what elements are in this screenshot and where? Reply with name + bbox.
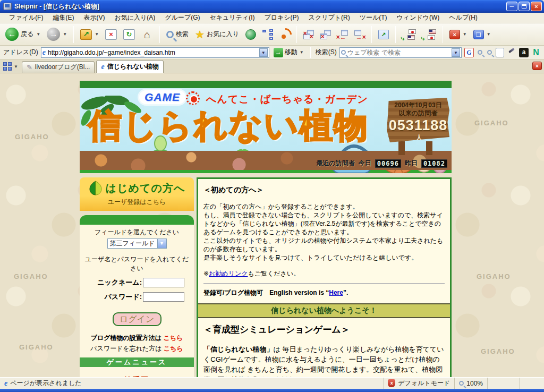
beginner-register-banner[interactable]: はじめての方へ ユーザ登録はこちら xyxy=(80,177,194,211)
url-text[interactable]: http://gigaho.ddo.jp/~game/index_daisan.… xyxy=(48,49,257,56)
tab-grid-dropdown-icon[interactable]: ▼ xyxy=(14,64,18,69)
password-field[interactable] xyxy=(143,292,184,302)
refresh-button[interactable]: ↻ xyxy=(121,28,137,41)
zoom-section[interactable]: 100% xyxy=(455,378,488,389)
game-name-bold: 「信じられない植物」 xyxy=(203,345,274,353)
tab-unbelievable-plants[interactable]: e 信じられない植物 xyxy=(96,60,164,73)
menu-security[interactable]: セキュリティ(I) xyxy=(205,12,259,23)
blog-plant-link[interactable]: こちら xyxy=(163,334,183,342)
field-select[interactable]: 第三フィールド ▼ xyxy=(107,238,167,249)
search-icon xyxy=(166,31,174,38)
amazon-icon[interactable]: a xyxy=(519,48,529,57)
back-icon: ← xyxy=(5,28,19,41)
news-link-pure-line-king[interactable]: 純系王 xyxy=(83,376,191,377)
feather-icon: ✎ xyxy=(27,63,32,71)
translate-ja-en-button[interactable]: ⤷ xyxy=(400,28,418,41)
minimize-button[interactable]: ─ xyxy=(506,2,517,11)
menu-help[interactable]: ヘルプ(H) xyxy=(444,12,482,23)
close-right-tabs-button[interactable]: →× xyxy=(352,29,367,40)
back-dropdown-icon[interactable]: ▼ xyxy=(36,32,40,37)
web-search-label: 検索(S) xyxy=(316,48,337,57)
toolbar-separator xyxy=(395,26,396,43)
go-button[interactable]: → 移動 ▼ xyxy=(272,47,305,58)
url-box[interactable]: e http://gigaho.ddo.jp/~game/index_daisa… xyxy=(41,47,269,58)
close-left-icon: ×← xyxy=(337,30,348,39)
visitor-unit: 人 xyxy=(416,134,422,141)
up-folder-button[interactable]: ▼ xyxy=(78,28,101,41)
detach-window-button[interactable]: ↗ xyxy=(376,29,391,40)
star-icon: ★ xyxy=(195,29,205,40)
menu-view[interactable]: 表示(V) xyxy=(79,12,109,23)
forward-dropdown-icon[interactable]: ▼ xyxy=(63,32,67,37)
menu-window[interactable]: ウィンドウ(W) xyxy=(392,12,445,23)
recommended-links-link[interactable]: お勧めリンク xyxy=(209,270,248,277)
divider xyxy=(203,283,445,284)
security-mode-section[interactable]: x デフォルトモード xyxy=(384,378,455,389)
english-version-link[interactable]: Here xyxy=(329,289,343,296)
globe-clock-icon xyxy=(245,29,256,40)
back-button[interactable]: ← 戻る ▼ xyxy=(3,27,42,42)
menu-group[interactable]: グループ(G) xyxy=(160,12,205,23)
intro-paragraph-2: もし、満員で登録できない場合でも、スクリプトを公開していますので、検索サイトなど… xyxy=(203,211,445,236)
tab-close-button[interactable]: × xyxy=(532,62,542,70)
rss-button[interactable] xyxy=(277,28,292,41)
stop-button[interactable]: × xyxy=(103,28,119,41)
translate-en-ja-button[interactable]: ⤷ xyxy=(420,28,438,41)
explorer-bar-button[interactable] xyxy=(260,28,275,41)
restore-button[interactable] xyxy=(518,2,530,11)
web-search-dropdown-icon[interactable]: ▼ xyxy=(452,48,460,57)
main-toolbar: ← 戻る ▼ → ▼ ▼ × ↻ ⌂ 検索 ★ お気に入り ×× xyxy=(0,23,544,46)
search-button[interactable]: 検索 xyxy=(164,29,191,40)
tab-label: 信じられない植物 xyxy=(107,62,159,71)
zoom-in-icon[interactable] xyxy=(478,50,482,55)
menu-tools[interactable]: ツール(T) xyxy=(355,12,392,23)
google-icon[interactable]: G xyxy=(464,48,474,57)
note-suffix: もご覧ください。 xyxy=(248,270,300,277)
zoom-out-icon[interactable] xyxy=(487,50,492,55)
tab-livedoor-blog[interactable]: ✎ livedoorブログ(Bl... xyxy=(22,61,95,73)
welcome-header: 信じられない植物へようこそ！ xyxy=(198,304,450,318)
sleipnir-app-icon xyxy=(3,3,12,10)
select-arrow-icon[interactable]: ▼ xyxy=(157,239,166,248)
menu-script[interactable]: スクリプト(R) xyxy=(304,12,355,23)
favorites-button[interactable]: ★ お気に入り xyxy=(193,28,241,41)
forward-icon: → xyxy=(47,28,60,41)
login-panel-header xyxy=(80,215,194,225)
close-all-tabs-button[interactable]: ×× xyxy=(301,29,316,40)
tab-list-button[interactable]: ▼ xyxy=(3,62,18,71)
sign-caption: 以来の訪問者 xyxy=(387,109,449,117)
nickname-field[interactable] xyxy=(143,278,184,287)
highlighter-icon[interactable] xyxy=(507,48,516,57)
close-left-tabs-button[interactable]: ×← xyxy=(335,29,350,40)
welcome-section: 信じられない植物へようこそ！ ＜育成型シミュレーションゲーム＞ 「信じられない植… xyxy=(198,303,450,377)
menu-proxy[interactable]: プロキシ(P) xyxy=(259,12,303,23)
web-search-input[interactable] xyxy=(347,49,450,56)
new-window-dropdown-icon[interactable]: ▼ xyxy=(487,32,491,37)
url-dropdown-icon[interactable]: ▼ xyxy=(259,48,268,57)
menu-edit[interactable]: 編集(E) xyxy=(48,12,79,23)
forgot-password-link[interactable]: こちら xyxy=(164,345,183,352)
close-tab-dropdown-icon[interactable]: ▼ xyxy=(463,32,467,37)
title-bar: Sleipnir - [信じられない植物] ─ × xyxy=(0,0,544,13)
today-label: 今日 xyxy=(359,159,371,168)
page-favicon: e xyxy=(42,48,46,57)
login-button[interactable]: ログイン xyxy=(113,312,162,326)
home-button[interactable]: ⌂ xyxy=(139,28,155,41)
forward-button[interactable]: → ▼ xyxy=(45,27,69,42)
history-button[interactable] xyxy=(243,28,258,41)
gigaho-watermark: GIGAHO xyxy=(474,119,509,127)
menu-file[interactable]: ファイル(F) xyxy=(4,12,48,23)
web-search-box[interactable]: ▼ xyxy=(339,47,462,58)
detach-icon: ↗ xyxy=(378,30,389,39)
folder-dropdown-icon[interactable]: ▼ xyxy=(95,32,99,37)
close-button[interactable]: × xyxy=(531,2,542,11)
go-dropdown-icon[interactable]: ▼ xyxy=(300,50,304,55)
game-logo: GAME xyxy=(139,90,185,104)
close-tab-button[interactable]: × ▼ xyxy=(447,29,469,40)
new-window-button[interactable]: ❏ ▼ xyxy=(471,29,493,40)
close-other-tabs-button[interactable]: × xyxy=(318,29,333,40)
beginner-subtitle: ユーザ登録はこちら xyxy=(82,198,192,207)
netscape-icon[interactable]: N xyxy=(531,48,541,57)
find-in-page-icon[interactable] xyxy=(496,48,504,57)
menu-favorites[interactable]: お気に入り(A) xyxy=(109,12,160,23)
